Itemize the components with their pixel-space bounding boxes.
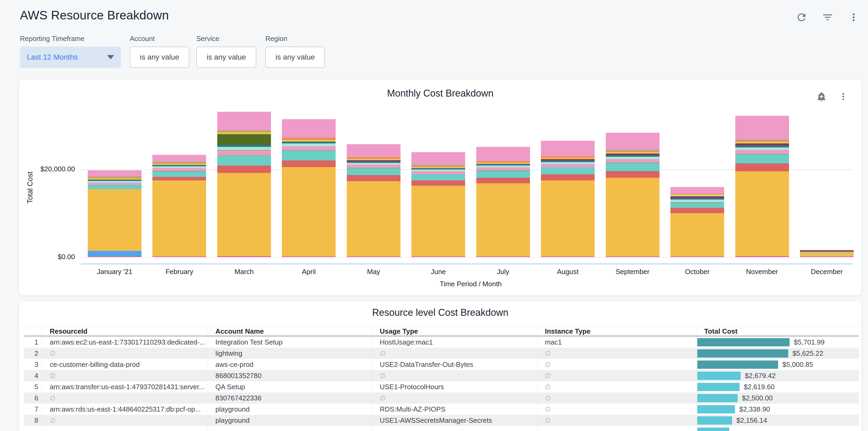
bar-segment[interactable]: [541, 256, 595, 257]
table-row[interactable]: 7arn:aws:rds:us-east-1:448640225317:db:p…: [24, 404, 859, 415]
alert-bell-button[interactable]: [815, 90, 828, 103]
bar-june[interactable]: [411, 152, 465, 257]
bar-january-21[interactable]: [88, 170, 142, 257]
bar-segment[interactable]: [88, 251, 142, 256]
bar-segment[interactable]: [606, 163, 659, 171]
bar-segment[interactable]: [282, 160, 336, 167]
bar-segment[interactable]: [88, 183, 142, 185]
bar-september[interactable]: [606, 133, 659, 257]
bar-segment[interactable]: [152, 168, 206, 171]
bar-segment[interactable]: [671, 208, 724, 213]
bar-segment[interactable]: [152, 166, 206, 168]
bar-segment[interactable]: [347, 168, 401, 175]
timeframe-dropdown[interactable]: Last 12 Months: [20, 47, 121, 68]
bar-segment[interactable]: [411, 180, 465, 186]
bar-segment[interactable]: [671, 203, 724, 208]
bar-segment[interactable]: [671, 187, 724, 194]
chart-menu-button[interactable]: [837, 90, 850, 103]
bar-segment[interactable]: [606, 256, 659, 257]
bar-segment[interactable]: [88, 256, 142, 257]
bar-segment[interactable]: [282, 119, 336, 137]
table-row[interactable]: 5arn:aws:transfer:us-east-1:479370281431…: [24, 381, 859, 393]
bar-segment[interactable]: [88, 189, 142, 251]
bar-segment[interactable]: [217, 165, 271, 173]
bar-segment[interactable]: [217, 145, 271, 147]
bar-segment[interactable]: [735, 155, 789, 163]
bar-segment[interactable]: [606, 133, 659, 150]
bar-segment[interactable]: [282, 137, 336, 140]
bar-march[interactable]: [217, 112, 271, 257]
bar-segment[interactable]: [217, 147, 271, 150]
bar-segment[interactable]: [152, 180, 206, 256]
bar-april[interactable]: [282, 119, 336, 257]
bar-segment[interactable]: [282, 151, 336, 160]
bar-february[interactable]: [152, 155, 206, 257]
bar-segment[interactable]: [476, 183, 530, 256]
bar-segment[interactable]: [347, 165, 401, 168]
bar-segment[interactable]: [735, 140, 789, 142]
bar-segment[interactable]: [347, 256, 401, 257]
table-row[interactable]: [24, 426, 859, 431]
bar-segment[interactable]: [476, 147, 530, 161]
bar-segment[interactable]: [152, 172, 206, 177]
bar-segment[interactable]: [347, 144, 401, 157]
bar-segment[interactable]: [282, 144, 336, 146]
table-row[interactable]: 6∅830767422336∅∅$2,500.00: [24, 393, 859, 404]
bar-november[interactable]: [735, 116, 789, 257]
table-row[interactable]: 1arn:aws:ec2:us-east-1:733017110293:dedi…: [24, 337, 859, 348]
bar-segment[interactable]: [347, 175, 401, 181]
bar-segment[interactable]: [152, 162, 206, 164]
column-header-resourceid[interactable]: ResourceId: [42, 327, 208, 336]
bar-segment[interactable]: [282, 142, 336, 144]
account-filter-box[interactable]: is any value: [130, 47, 189, 68]
dashboard-filters-button[interactable]: [821, 11, 834, 24]
bar-may[interactable]: [347, 144, 401, 257]
region-filter-box[interactable]: is any value: [266, 47, 325, 68]
bar-segment[interactable]: [152, 256, 206, 257]
bar-segment[interactable]: [476, 178, 530, 183]
bar-segment[interactable]: [541, 156, 595, 158]
bar-segment[interactable]: [217, 134, 271, 145]
bar-segment[interactable]: [217, 151, 271, 155]
bar-segment[interactable]: [476, 256, 530, 257]
bar-segment[interactable]: [411, 170, 465, 171]
column-header-account-name[interactable]: Account Name: [208, 327, 372, 336]
table-row[interactable]: 8∅playgroundUSE1-AWSSecretsManager-Secre…: [24, 415, 859, 426]
bar-segment[interactable]: [735, 163, 789, 171]
chart-range-slider[interactable]: [80, 264, 853, 265]
bar-segment[interactable]: [541, 167, 595, 174]
bar-segment[interactable]: [411, 186, 465, 256]
bar-segment[interactable]: [476, 161, 530, 163]
bar-segment[interactable]: [671, 199, 724, 202]
bar-segment[interactable]: [606, 155, 659, 157]
bar-segment[interactable]: [282, 146, 336, 150]
bar-segment[interactable]: [541, 174, 595, 180]
bar-october[interactable]: [671, 187, 724, 257]
column-header-usage-type[interactable]: Usage Type: [372, 327, 537, 336]
bar-segment[interactable]: [217, 155, 271, 165]
bar-segment[interactable]: [152, 155, 206, 161]
bar-segment[interactable]: [411, 171, 465, 174]
bar-segment[interactable]: [541, 180, 595, 256]
column-header-total-cost[interactable]: Total Cost: [696, 327, 859, 336]
bar-segment[interactable]: [476, 167, 530, 171]
bar-segment[interactable]: [606, 157, 659, 159]
bar-segment[interactable]: [217, 112, 271, 130]
bar-segment[interactable]: [476, 171, 530, 178]
service-filter-box[interactable]: is any value: [196, 47, 256, 68]
bar-july[interactable]: [476, 147, 530, 257]
bar-december[interactable]: [800, 250, 854, 257]
bar-segment[interactable]: [800, 253, 854, 256]
bar-segment[interactable]: [88, 177, 142, 179]
bar-segment[interactable]: [800, 256, 854, 257]
bar-august[interactable]: [541, 141, 595, 257]
bar-segment[interactable]: [671, 213, 724, 256]
bar-segment[interactable]: [88, 170, 142, 176]
bar-segment[interactable]: [541, 162, 595, 164]
bar-segment[interactable]: [735, 145, 789, 147]
bar-segment[interactable]: [541, 164, 595, 167]
table-row[interactable]: 3ce-customer-billing-data-prodaws-ce-pro…: [24, 359, 859, 370]
bar-segment[interactable]: [282, 256, 336, 257]
dashboard-menu-button[interactable]: [847, 11, 860, 24]
refresh-button[interactable]: [795, 11, 808, 24]
